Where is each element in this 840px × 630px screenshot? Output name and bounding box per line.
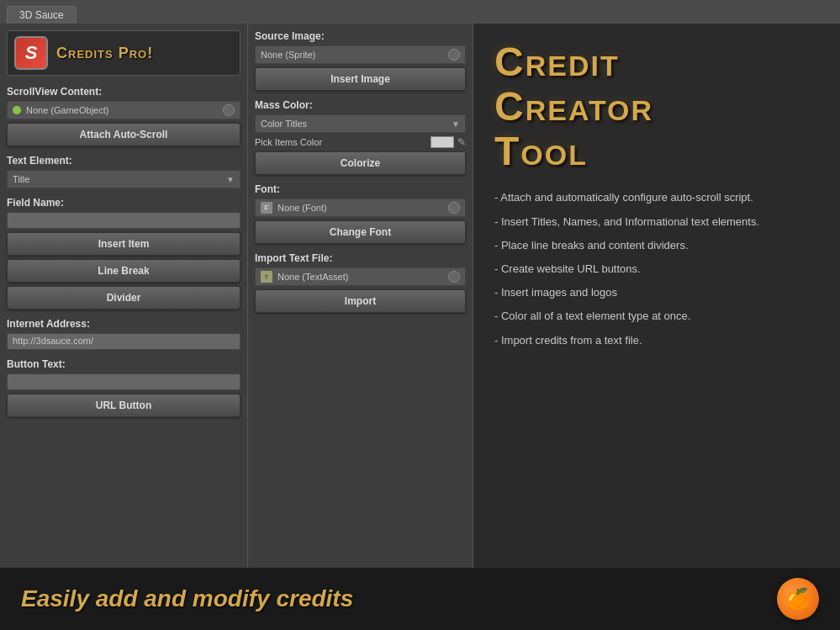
logo-icon: S [14, 36, 48, 70]
title-line2: Creator [494, 84, 653, 129]
font-field[interactable]: F None (Font) [255, 199, 466, 217]
logo-area: S Credits Pro! [7, 30, 240, 76]
scroll-view-label: ScrollView Content: [7, 86, 240, 98]
import-text-label: Import Text File: [255, 252, 466, 264]
title-line3: Tool [494, 129, 588, 173]
import-text-section: Import Text File: T None (TextAsset) Imp… [255, 252, 466, 313]
text-asset-icon: T [261, 271, 272, 283]
gameobject-dot [13, 106, 21, 114]
attach-auto-scroll-button[interactable]: Attach Auto-Scroll [7, 123, 240, 146]
button-text-input[interactable] [7, 373, 240, 390]
source-image-value: None (Sprite) [261, 50, 448, 60]
source-image-label: Source Image: [255, 30, 466, 42]
import-button[interactable]: Import [255, 289, 466, 313]
button-text-label: Button Text: [7, 358, 240, 370]
field-name-input[interactable] [7, 212, 240, 229]
scroll-view-field[interactable]: None (GameObject) [7, 101, 240, 119]
logo-text: Credits Pro! [56, 45, 153, 62]
source-image-field[interactable]: None (Sprite) [255, 45, 466, 64]
scroll-view-circle[interactable] [223, 104, 235, 116]
feature-item-7: - Import credits from a text file. [494, 333, 819, 348]
title-line1: Credit [494, 40, 620, 84]
internet-address-label: Internet Address: [7, 318, 240, 330]
scroll-view-section: ScrollView Content: None (GameObject) At… [7, 86, 240, 146]
insert-image-button[interactable]: Insert Image [255, 67, 466, 91]
mass-color-section: Mass Color: Color Titles ▼ Pick Items Co… [255, 99, 466, 175]
pick-items-color-row: Pick Items Color ✎ [255, 136, 466, 148]
dropdown-arrow-icon: ▼ [226, 175, 235, 184]
pick-items-color-label: Pick Items Color [255, 137, 431, 147]
mascot-icon: 🍊 [777, 578, 819, 620]
features-list: - Attach and automatically configure aut… [494, 190, 819, 551]
bottom-tagline-bar: Easily add and modify credits 🍊 [0, 568, 840, 630]
middle-panel: Source Image: None (Sprite) Insert Image… [248, 24, 473, 568]
app-title: Credit Creator Tool [494, 40, 819, 173]
color-titles-dropdown[interactable]: Color Titles ▼ [255, 114, 466, 133]
main-content: S Credits Pro! ScrollView Content: None … [0, 24, 840, 568]
right-panel: Credit Creator Tool - Attach and automat… [473, 24, 840, 568]
font-circle[interactable] [448, 202, 460, 214]
field-name-section: Field Name: Insert Item Line Break Divid… [7, 197, 240, 310]
import-text-circle[interactable] [448, 271, 460, 283]
divider-button[interactable]: Divider [7, 286, 240, 310]
font-value: None (Font) [277, 203, 448, 213]
feature-item-5: - Insert images and logos [494, 285, 819, 300]
feature-item-1: - Attach and automatically configure aut… [494, 190, 819, 205]
scroll-view-value: None (GameObject) [26, 105, 223, 115]
source-image-circle[interactable] [448, 49, 460, 61]
left-panel: S Credits Pro! ScrollView Content: None … [0, 24, 248, 568]
font-asset-icon: F [261, 202, 272, 214]
source-image-section: Source Image: None (Sprite) Insert Image [255, 30, 466, 91]
feature-item-6: - Color all of a text element type at on… [494, 309, 819, 324]
insert-item-button[interactable]: Insert Item [7, 232, 240, 256]
internet-address-section: Internet Address: http://3dsauce.com/ [7, 318, 240, 350]
font-label: Font: [255, 183, 466, 195]
tagline-text: Easily add and modify credits [21, 585, 353, 612]
color-titles-value: Color Titles [261, 119, 452, 129]
import-text-value: None (TextAsset) [277, 272, 448, 282]
button-text-section: Button Text: URL Button [7, 358, 240, 417]
text-element-dropdown[interactable]: Title ▼ [7, 170, 240, 188]
feature-item-4: - Create website URL buttons. [494, 262, 819, 277]
colorize-button[interactable]: Colorize [255, 151, 466, 175]
change-font-button[interactable]: Change Font [255, 220, 466, 244]
import-text-field[interactable]: T None (TextAsset) [255, 267, 466, 286]
internet-address-input[interactable]: http://3dsauce.com/ [7, 333, 240, 350]
field-name-label: Field Name: [7, 197, 240, 209]
font-section: Font: F None (Font) Change Font [255, 183, 466, 244]
text-element-label: Text Element: [7, 155, 240, 167]
color-swatch[interactable] [431, 136, 454, 148]
line-break-button[interactable]: Line Break [7, 259, 240, 283]
text-element-value: Title [13, 174, 226, 184]
feature-item-2: - Insert Titles, Names, and Informationa… [494, 214, 819, 230]
feature-item-3: - Place line breaks and content dividers… [494, 238, 819, 253]
text-element-section: Text Element: Title ▼ [7, 155, 240, 188]
tab-bar: 3D Sauce [0, 0, 840, 24]
tab-3d-sauce[interactable]: 3D Sauce [7, 6, 77, 24]
mass-color-label: Mass Color: [255, 99, 466, 111]
color-edit-icon[interactable]: ✎ [457, 136, 466, 148]
color-dropdown-arrow-icon: ▼ [452, 119, 460, 129]
url-button-button[interactable]: URL Button [7, 394, 240, 417]
